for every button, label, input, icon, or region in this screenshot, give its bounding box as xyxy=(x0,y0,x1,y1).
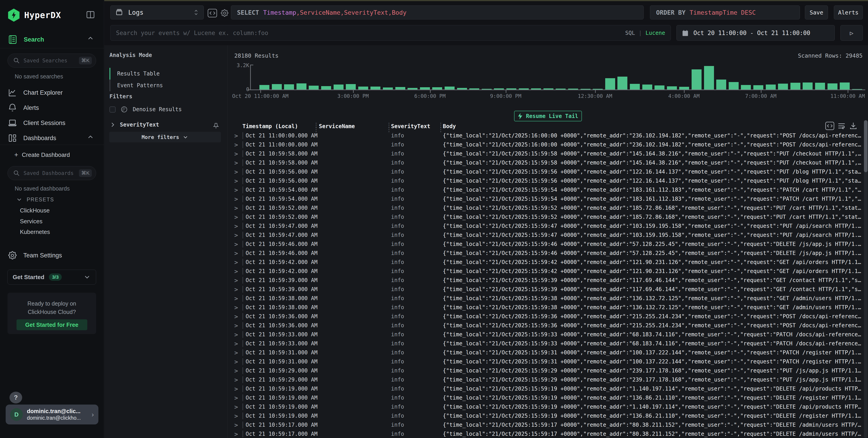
more-filters-button[interactable]: More filters xyxy=(109,132,221,142)
row-expand-icon[interactable]: > xyxy=(234,196,243,202)
checkbox-icon[interactable] xyxy=(110,106,116,112)
table-row[interactable]: >Oct 21 10:59:29.000 AMinfo{"time_local"… xyxy=(227,366,868,375)
row-expand-icon[interactable]: > xyxy=(234,340,243,347)
table-row[interactable]: >Oct 21 10:59:31.000 AMinfo{"time_local"… xyxy=(227,357,868,366)
lang-sql[interactable]: SQL xyxy=(625,30,635,36)
presets-toggle[interactable]: PRESETS xyxy=(16,196,105,203)
table-row[interactable]: >Oct 21 10:59:33.000 AMinfo{"time_local"… xyxy=(227,339,868,348)
row-expand-icon[interactable]: > xyxy=(234,268,243,275)
table-row[interactable]: >Oct 21 10:59:42.000 AMinfo{"time_local"… xyxy=(227,258,868,267)
denoise-checkbox-row[interactable]: Denoise Results xyxy=(110,106,182,113)
table-row[interactable]: >Oct 21 10:59:19.000 AMinfo{"time_local"… xyxy=(227,384,868,393)
create-dashboard-button[interactable]: + Create Dashboard xyxy=(14,151,103,159)
pin-icon[interactable] xyxy=(212,122,220,130)
table-row[interactable]: >Oct 21 10:59:17.000 AMinfo{"time_local"… xyxy=(227,420,868,429)
help-button[interactable]: ? xyxy=(9,392,22,403)
row-expand-icon[interactable]: > xyxy=(234,259,243,266)
row-expand-icon[interactable]: > xyxy=(234,394,243,401)
table-row[interactable]: >Oct 21 10:59:39.000 AMinfo{"time_local"… xyxy=(227,276,868,285)
table-row[interactable]: >Oct 21 10:59:56.000 AMinfo{"time_local"… xyxy=(227,167,868,176)
orderby-editor[interactable]: ORDER BY TimestampTime DESC xyxy=(650,5,800,20)
get-started-free-button[interactable]: Get Started for Free xyxy=(17,319,87,330)
sql-mode-icon[interactable] xyxy=(208,9,217,18)
table-row[interactable]: >Oct 21 10:59:54.000 AMinfo{"time_local"… xyxy=(227,194,868,203)
row-expand-icon[interactable]: > xyxy=(234,412,243,419)
table-row[interactable]: >Oct 21 10:59:52.000 AMinfo{"time_local"… xyxy=(227,212,868,222)
scrollbar[interactable] xyxy=(864,120,868,438)
table-row[interactable]: >Oct 21 10:59:17.000 AMinfo{"time_local"… xyxy=(227,429,868,438)
table-row[interactable]: >Oct 21 10:59:31.000 AMinfo{"time_local"… xyxy=(227,348,868,357)
save-button[interactable]: Save xyxy=(805,5,828,20)
lang-lucene[interactable]: Lucene xyxy=(646,30,665,36)
mode-event-patterns[interactable]: Event Patterns xyxy=(110,79,163,91)
user-menu[interactable]: D dominic.tran@clic... dominic.tran@clic… xyxy=(6,405,98,425)
table-row[interactable]: >Oct 21 10:59:54.000 AMinfo{"time_local"… xyxy=(227,185,868,194)
mode-results-table[interactable]: Results Table xyxy=(110,68,160,79)
row-expand-icon[interactable]: > xyxy=(234,313,243,320)
code-view-icon[interactable] xyxy=(825,122,834,130)
row-expand-icon[interactable]: > xyxy=(234,422,243,429)
preset-clickhouse[interactable]: ClickHouse xyxy=(20,207,50,214)
row-expand-icon[interactable]: > xyxy=(234,358,243,365)
histogram-plot[interactable] xyxy=(250,65,863,90)
row-expand-icon[interactable]: > xyxy=(234,349,243,356)
sidebar-item-search[interactable]: Search xyxy=(7,34,97,45)
row-expand-icon[interactable]: > xyxy=(234,159,243,166)
table-row[interactable]: >Oct 21 10:59:47.000 AMinfo{"time_local"… xyxy=(227,231,868,240)
column-header[interactable]: Timestamp (Local) xyxy=(243,123,298,130)
row-expand-icon[interactable]: > xyxy=(234,431,243,438)
table-row[interactable]: >Oct 21 10:59:36.000 AMinfo{"time_local"… xyxy=(227,312,868,321)
column-header[interactable]: Body xyxy=(443,123,456,130)
table-row[interactable]: >Oct 21 11:00:00.000 AMinfo{"time_local"… xyxy=(227,131,868,140)
row-expand-icon[interactable]: > xyxy=(234,223,243,230)
row-expand-icon[interactable]: > xyxy=(234,385,243,392)
table-row[interactable]: >Oct 21 10:59:47.000 AMinfo{"time_local"… xyxy=(227,222,868,231)
table-row[interactable]: >Oct 21 10:59:46.000 AMinfo{"time_local"… xyxy=(227,248,868,258)
row-expand-icon[interactable]: > xyxy=(234,304,243,311)
table-row[interactable]: >Oct 21 10:59:58.000 AMinfo{"time_local"… xyxy=(227,149,868,158)
column-header[interactable]: SeverityText xyxy=(391,123,430,130)
table-row[interactable]: >Oct 21 10:59:33.000 AMinfo{"time_local"… xyxy=(227,330,868,339)
source-select[interactable]: Logs xyxy=(111,5,204,20)
table-row[interactable]: >Oct 21 10:59:36.000 AMinfo{"time_local"… xyxy=(227,321,868,330)
preset-kubernetes[interactable]: Kubernetes xyxy=(20,229,50,236)
row-expand-icon[interactable]: > xyxy=(234,295,243,302)
table-row[interactable]: >Oct 21 10:59:19.000 AMinfo{"time_local"… xyxy=(227,393,868,402)
row-expand-icon[interactable]: > xyxy=(234,250,243,257)
column-resize-handle[interactable]: ⋮⋮ xyxy=(386,123,392,132)
sidebar-item-alerts[interactable]: Alerts xyxy=(7,103,97,113)
table-row[interactable]: >Oct 21 10:59:38.000 AMinfo{"time_local"… xyxy=(227,303,868,312)
table-row[interactable]: >Oct 21 11:00:00.000 AMinfo{"time_local"… xyxy=(227,140,868,149)
resume-live-tail-button[interactable]: Resume Live Tail xyxy=(514,111,582,121)
severity-filter-group[interactable]: SeverityText xyxy=(110,122,159,128)
row-expand-icon[interactable]: > xyxy=(234,403,243,410)
table-row[interactable]: >Oct 21 10:59:52.000 AMinfo{"time_local"… xyxy=(227,203,868,212)
row-expand-icon[interactable]: > xyxy=(234,322,243,329)
column-header[interactable]: ServiceName xyxy=(319,123,355,130)
saved-dashboards-input[interactable]: Saved Dashboards ⌘K xyxy=(7,166,96,180)
row-expand-icon[interactable]: > xyxy=(234,213,243,221)
row-expand-icon[interactable]: > xyxy=(234,286,243,293)
date-range-picker[interactable]: Oct 20 11:00:00 - Oct 21 11:00:00 xyxy=(677,25,835,41)
table-row[interactable]: >Oct 21 10:59:42.000 AMinfo{"time_local"… xyxy=(227,267,868,276)
table-row[interactable]: >Oct 21 10:59:38.000 AMinfo{"time_local"… xyxy=(227,294,868,303)
column-resize-handle[interactable]: ⋮⋮ xyxy=(313,123,319,132)
preset-services[interactable]: Services xyxy=(20,218,42,225)
run-query-button[interactable]: ▷ xyxy=(840,25,863,41)
row-expand-icon[interactable]: > xyxy=(234,141,243,148)
table-row[interactable]: >Oct 21 10:59:39.000 AMinfo{"time_local"… xyxy=(227,285,868,294)
row-expand-icon[interactable]: > xyxy=(234,132,243,139)
row-expand-icon[interactable]: > xyxy=(234,168,243,175)
table-row[interactable]: >Oct 21 10:59:56.000 AMinfo{"time_local"… xyxy=(227,176,868,185)
row-expand-icon[interactable]: > xyxy=(234,277,243,284)
table-row[interactable]: >Oct 21 10:59:19.000 AMinfo{"time_local"… xyxy=(227,402,868,411)
row-expand-icon[interactable]: > xyxy=(234,241,243,248)
alerts-button[interactable]: Alerts xyxy=(834,5,863,20)
row-expand-icon[interactable]: > xyxy=(234,376,243,383)
table-row[interactable]: >Oct 21 10:59:19.000 AMinfo{"time_local"… xyxy=(227,411,868,420)
row-expand-icon[interactable]: > xyxy=(234,367,243,374)
scrollbar-thumb[interactable] xyxy=(864,120,868,172)
row-expand-icon[interactable]: > xyxy=(234,205,243,211)
table-row[interactable]: >Oct 21 10:59:58.000 AMinfo{"time_local"… xyxy=(227,158,868,167)
sidebar-item-dashboards[interactable]: Dashboards xyxy=(7,133,97,143)
